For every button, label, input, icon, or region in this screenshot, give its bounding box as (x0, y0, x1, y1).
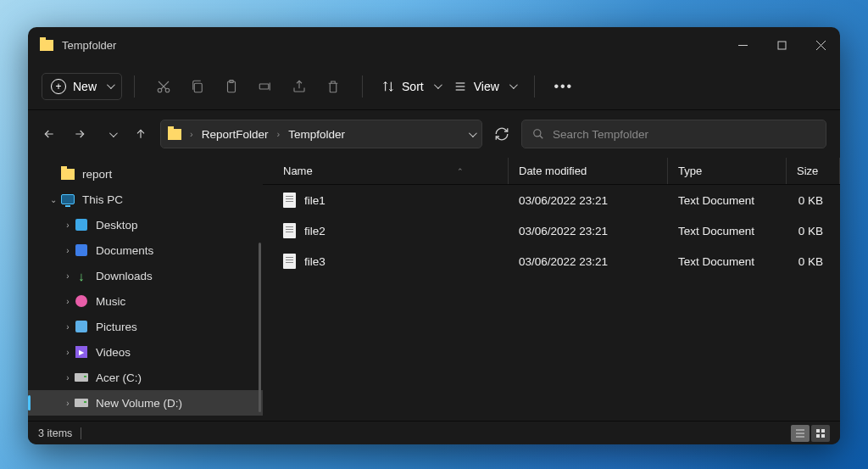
file-pane: Name ⌃ Date modified Type Size file1 03/… (263, 158, 840, 421)
sort-asc-icon: ⌃ (457, 167, 464, 176)
sidebar-item-videos[interactable]: › ▶ Videos (28, 339, 263, 365)
thumbnails-view-toggle[interactable] (811, 425, 830, 442)
chevron-down-icon (509, 81, 518, 89)
paste-button[interactable] (214, 71, 248, 102)
details-view-toggle[interactable] (791, 425, 810, 442)
share-button[interactable] (282, 71, 316, 102)
file-name: file3 (304, 255, 326, 268)
column-header-type[interactable]: Type (668, 158, 787, 184)
recent-dropdown[interactable] (103, 126, 118, 142)
copy-button[interactable] (181, 71, 214, 102)
file-type: Text Document (668, 194, 787, 207)
chevron-down-icon: ⌄ (47, 195, 60, 204)
documents-icon (75, 244, 87, 256)
refresh-button[interactable] (494, 126, 509, 142)
sidebar: report ⌄ This PC › Desktop › Documents ›… (28, 158, 263, 421)
file-size: 0 KB (787, 225, 840, 237)
file-type: Text Document (668, 225, 787, 237)
sort-icon (381, 80, 395, 93)
up-button[interactable] (133, 126, 148, 142)
svg-line-17 (540, 136, 543, 139)
more-button[interactable]: ••• (547, 71, 581, 102)
file-size: 0 KB (787, 255, 840, 268)
sidebar-item-pictures[interactable]: › Pictures (28, 314, 263, 339)
tree-label: Pictures (96, 321, 137, 333)
search-input[interactable] (553, 128, 815, 141)
text-file-icon (283, 223, 296, 238)
svg-rect-21 (816, 429, 820, 433)
file-row[interactable]: file1 03/06/2022 23:21 Text Document 0 K… (263, 185, 840, 215)
svg-rect-23 (816, 434, 820, 438)
chevron-right-icon: › (62, 399, 74, 408)
delete-button[interactable] (316, 71, 350, 102)
chevron-right-icon: › (62, 322, 74, 332)
search-box[interactable] (521, 120, 826, 148)
cut-button[interactable] (147, 71, 181, 102)
file-explorer-window: Tempfolder + New Sort View (28, 27, 840, 444)
chevron-right-icon: › (62, 271, 74, 281)
tree-label: report (82, 168, 112, 181)
column-header-name[interactable]: Name ⌃ (263, 158, 509, 184)
svg-point-16 (534, 130, 541, 137)
file-date: 03/06/2022 23:21 (509, 255, 668, 268)
statusbar: 3 items (28, 421, 840, 444)
sidebar-item-drive-c[interactable]: › Acer (C:) (28, 365, 263, 390)
tree-label: Music (96, 295, 125, 308)
chevron-down-icon (434, 81, 442, 89)
folder-icon (61, 169, 75, 180)
column-header-date[interactable]: Date modified (509, 158, 668, 184)
svg-rect-22 (821, 429, 825, 433)
minimize-button[interactable] (723, 27, 762, 63)
file-row[interactable]: file2 03/06/2022 23:21 Text Document 0 K… (263, 215, 840, 246)
sidebar-item-downloads[interactable]: › ↓ Downloads (28, 263, 263, 288)
window-title: Tempfolder (62, 39, 116, 52)
toolbar: + New Sort View ••• (28, 63, 840, 110)
column-header-size[interactable]: Size (787, 158, 840, 184)
sidebar-item-documents[interactable]: › Documents (28, 237, 263, 263)
svg-rect-1 (778, 42, 786, 49)
pictures-icon (75, 321, 87, 332)
view-label: View (474, 80, 499, 93)
rename-button[interactable] (248, 71, 282, 102)
sort-button[interactable]: Sort (375, 75, 447, 98)
close-button[interactable] (801, 27, 840, 63)
forward-button[interactable] (72, 126, 87, 142)
breadcrumb[interactable]: › ReportFolder › Tempfolder (160, 120, 482, 148)
file-row[interactable]: file3 03/06/2022 23:21 Text Document 0 K… (263, 246, 840, 276)
folder-icon (168, 129, 181, 140)
scrollbar-thumb[interactable] (259, 243, 261, 412)
text-file-icon (283, 254, 296, 269)
titlebar: Tempfolder (28, 27, 840, 63)
drive-icon (75, 399, 88, 407)
chevron-right-icon: › (62, 348, 74, 357)
file-name: file2 (304, 225, 326, 237)
sidebar-item-desktop[interactable]: › Desktop (28, 212, 263, 237)
chevron-down-icon[interactable] (469, 129, 477, 137)
music-icon (75, 295, 87, 307)
file-date: 03/06/2022 23:21 (509, 225, 668, 237)
file-type: Text Document (668, 255, 787, 268)
file-date: 03/06/2022 23:21 (509, 194, 668, 207)
downloads-icon: ↓ (78, 270, 85, 282)
tree-label: Acer (C:) (96, 371, 142, 384)
view-button[interactable]: View (447, 75, 522, 98)
new-button[interactable]: + New (42, 73, 122, 100)
tree-label: Downloads (96, 270, 153, 282)
sidebar-item-drive-d[interactable]: › New Volume (D:) (28, 390, 263, 416)
breadcrumb-item[interactable]: Tempfolder (288, 128, 345, 141)
sidebar-item-report[interactable]: report (28, 161, 263, 187)
sort-label: Sort (402, 80, 424, 93)
videos-icon: ▶ (75, 346, 87, 358)
sidebar-item-this-pc[interactable]: ⌄ This PC (28, 187, 263, 212)
chevron-right-icon: › (276, 129, 280, 139)
breadcrumb-item[interactable]: ReportFolder (202, 128, 269, 141)
chevron-down-icon (107, 81, 115, 89)
tree-label: Desktop (96, 219, 138, 232)
sidebar-item-music[interactable]: › Music (28, 288, 263, 314)
tree-label: Videos (96, 346, 131, 359)
maximize-button[interactable] (762, 27, 801, 63)
text-file-icon (283, 193, 296, 208)
file-list: file1 03/06/2022 23:21 Text Document 0 K… (263, 185, 840, 421)
back-button[interactable] (42, 126, 57, 142)
navbar: › ReportFolder › Tempfolder (28, 110, 840, 158)
